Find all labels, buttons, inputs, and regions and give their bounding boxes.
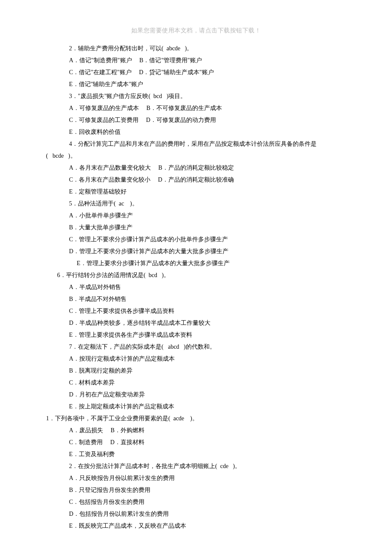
- text-line: 7．在定额法下，产品的实际成本是( abcd )的代数和。: [46, 341, 346, 353]
- text-line: C．包括报告月份发生的费用: [46, 496, 346, 508]
- text-line: A．借记"制造费用"账户 B．借记"管理费用"账户: [46, 55, 346, 66]
- text-line: ( bcde )。: [46, 150, 346, 162]
- text-line: C．管理上不要求提供各步骤半成品资料: [46, 305, 346, 317]
- text-line: A．半成品对外销售: [46, 281, 346, 293]
- text-line: C．借记"在建工程"账户 D．贷记"辅助生产成本"账户: [46, 66, 346, 78]
- text-line: D．半成品种类较多，逐步结转半成品成本工作量较大: [46, 317, 346, 329]
- text-line: C．各月末在产品数量变化较小 D．产品的消耗定额比较准确: [46, 174, 346, 186]
- text-line: E．回收废料的价值: [46, 126, 346, 138]
- text-line: 4．分配计算完工产品和月末在产品的费用时，采用在产品按定额成本计价法所应具备的条…: [46, 138, 346, 150]
- text-line: E．按上期定额成本计算的产品定额成本: [46, 401, 346, 413]
- header-note: 如果您需要使用本文档，请点击下载按钮下载！: [0, 0, 392, 43]
- text-line: 6．平行结转分步法的适用情况是( bcd )。: [46, 269, 346, 281]
- text-line: C．可修复废品的工资费用 D．可修复废品的动力费用: [46, 114, 346, 126]
- text-line: 5．品种法适用于( ac )。: [46, 198, 346, 210]
- text-line: A．按现行定额成本计算的产品定额成本: [46, 353, 346, 365]
- text-line: B．大量大批单步骤生产: [46, 222, 346, 234]
- text-line: 1．下列各项中，不属于工业企业费用要素的是( acde )。: [46, 413, 346, 425]
- text-line: E．管理上要求分步骤计算产品成本的大量大批多步骤生产: [46, 257, 346, 269]
- text-line: 3．"废品损失"账户借方应反映( bcd )项目。: [46, 90, 346, 102]
- text-line: C．制造费用 D．直接材料: [46, 436, 346, 448]
- text-line: D．管理上不要求分步骤计算产品成本的大量大批多步骤生产: [46, 246, 346, 257]
- text-line: B．只登记报告月份发生的费用: [46, 484, 346, 496]
- text-line: D．月初在产品定额变动差异: [46, 389, 346, 401]
- text-line: A．各月末在产品数量变化较大 B．产品的消耗定额比较稳定: [46, 162, 346, 174]
- text-line: A．只反映报告月份以前累计发生的费用: [46, 472, 346, 484]
- text-line: E．定额管理基础较好: [46, 186, 346, 198]
- text-line: A．可修复废品的生产成本 B．不可修复废品的生产成本: [46, 102, 346, 114]
- text-line: 2．辅助生产费用分配转出时，可以( abcde )。: [46, 43, 346, 55]
- text-line: E．工资及福利费: [46, 448, 346, 460]
- text-line: B．脱离现行定额的差异: [46, 365, 346, 377]
- text-line: E．既反映完工产品成本，又反映在产品成本: [46, 520, 346, 532]
- text-line: D．包括报告月份以前累计发生的费用: [46, 508, 346, 520]
- text-line: E．管理上要求提供各生产步骤半成品成本资料: [46, 329, 346, 341]
- text-line: E．借记"辅助生产成本"账户: [46, 78, 346, 90]
- text-line: A．废品损失 B．外购燃料: [46, 425, 346, 436]
- document-body: 2．辅助生产费用分配转出时，可以( abcde )。A．借记"制造费用"账户 B…: [0, 43, 392, 532]
- text-line: C．管理上不要求分步骤计算产品成本的小批单件多步骤生产: [46, 234, 346, 246]
- text-line: B．半成品不对外销售: [46, 293, 346, 305]
- text-line: A．小批单件单步骤生产: [46, 210, 346, 222]
- text-line: C．材料成本差异: [46, 377, 346, 389]
- text-line: 2．在按分批法计算产品成本时，各批生产成本明细账上( cde )。: [46, 460, 346, 472]
